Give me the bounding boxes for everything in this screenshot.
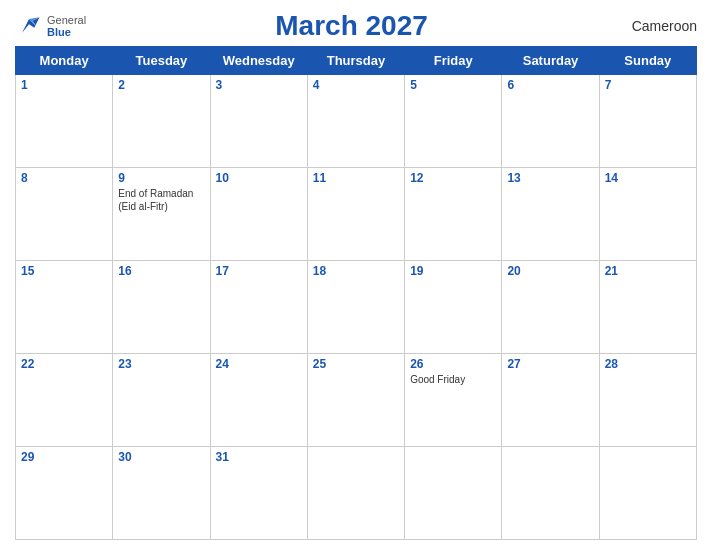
event-label: Good Friday (410, 373, 496, 386)
event-label: End of Ramadan (Eid al-Fitr) (118, 187, 204, 213)
week-row-3: 15161718192021 (16, 261, 697, 354)
weekday-header-thursday: Thursday (307, 47, 404, 75)
calendar-cell: 16 (113, 261, 210, 354)
calendar-cell: 30 (113, 447, 210, 540)
calendar-cell: 14 (599, 168, 696, 261)
calendar-cell: 23 (113, 354, 210, 447)
weekday-header-saturday: Saturday (502, 47, 599, 75)
weekday-header-sunday: Sunday (599, 47, 696, 75)
week-row-5: 293031 (16, 447, 697, 540)
country-name: Cameroon (617, 18, 697, 34)
calendar-cell: 24 (210, 354, 307, 447)
day-number: 11 (313, 171, 399, 185)
logo: General Blue (15, 12, 86, 40)
calendar-cell (307, 447, 404, 540)
calendar-cell: 21 (599, 261, 696, 354)
weekday-header-monday: Monday (16, 47, 113, 75)
day-number: 27 (507, 357, 593, 371)
calendar-cell: 25 (307, 354, 404, 447)
day-number: 5 (410, 78, 496, 92)
calendar-cell: 9End of Ramadan (Eid al-Fitr) (113, 168, 210, 261)
weekday-header-wednesday: Wednesday (210, 47, 307, 75)
week-row-1: 1234567 (16, 75, 697, 168)
day-number: 29 (21, 450, 107, 464)
calendar-cell: 27 (502, 354, 599, 447)
calendar-cell: 4 (307, 75, 404, 168)
calendar-cell: 18 (307, 261, 404, 354)
day-number: 22 (21, 357, 107, 371)
weekday-header-row: MondayTuesdayWednesdayThursdayFridaySatu… (16, 47, 697, 75)
calendar-cell (405, 447, 502, 540)
calendar-cell: 12 (405, 168, 502, 261)
calendar-cell (502, 447, 599, 540)
day-number: 26 (410, 357, 496, 371)
calendar-cell: 8 (16, 168, 113, 261)
calendar-cell: 15 (16, 261, 113, 354)
day-number: 3 (216, 78, 302, 92)
day-number: 23 (118, 357, 204, 371)
day-number: 14 (605, 171, 691, 185)
calendar-title: March 2027 (275, 10, 428, 42)
day-number: 15 (21, 264, 107, 278)
calendar-cell: 19 (405, 261, 502, 354)
day-number: 20 (507, 264, 593, 278)
calendar-cell: 6 (502, 75, 599, 168)
logo-bird-icon (15, 12, 43, 40)
weekday-header-friday: Friday (405, 47, 502, 75)
calendar-cell: 7 (599, 75, 696, 168)
week-row-2: 89End of Ramadan (Eid al-Fitr)1011121314 (16, 168, 697, 261)
calendar-header: General Blue March 2027 Cameroon (15, 10, 697, 42)
calendar-cell: 26Good Friday (405, 354, 502, 447)
calendar-cell: 31 (210, 447, 307, 540)
calendar-cell: 28 (599, 354, 696, 447)
logo-blue: Blue (47, 26, 86, 38)
calendar-cell (599, 447, 696, 540)
day-number: 6 (507, 78, 593, 92)
day-number: 2 (118, 78, 204, 92)
calendar-cell: 2 (113, 75, 210, 168)
day-number: 21 (605, 264, 691, 278)
calendar-cell: 3 (210, 75, 307, 168)
calendar-cell: 22 (16, 354, 113, 447)
calendar-cell: 1 (16, 75, 113, 168)
day-number: 10 (216, 171, 302, 185)
weekday-header-tuesday: Tuesday (113, 47, 210, 75)
day-number: 19 (410, 264, 496, 278)
calendar-cell: 17 (210, 261, 307, 354)
calendar-cell: 13 (502, 168, 599, 261)
day-number: 17 (216, 264, 302, 278)
day-number: 8 (21, 171, 107, 185)
calendar-cell: 20 (502, 261, 599, 354)
calendar-cell: 29 (16, 447, 113, 540)
day-number: 30 (118, 450, 204, 464)
day-number: 31 (216, 450, 302, 464)
day-number: 25 (313, 357, 399, 371)
day-number: 16 (118, 264, 204, 278)
day-number: 28 (605, 357, 691, 371)
week-row-4: 2223242526Good Friday2728 (16, 354, 697, 447)
day-number: 7 (605, 78, 691, 92)
day-number: 18 (313, 264, 399, 278)
day-number: 4 (313, 78, 399, 92)
logo-general: General (47, 14, 86, 26)
day-number: 13 (507, 171, 593, 185)
logo-text: General Blue (47, 14, 86, 38)
day-number: 12 (410, 171, 496, 185)
day-number: 9 (118, 171, 204, 185)
day-number: 24 (216, 357, 302, 371)
calendar-cell: 5 (405, 75, 502, 168)
calendar-table: MondayTuesdayWednesdayThursdayFridaySatu… (15, 46, 697, 540)
day-number: 1 (21, 78, 107, 92)
calendar-cell: 11 (307, 168, 404, 261)
calendar-cell: 10 (210, 168, 307, 261)
